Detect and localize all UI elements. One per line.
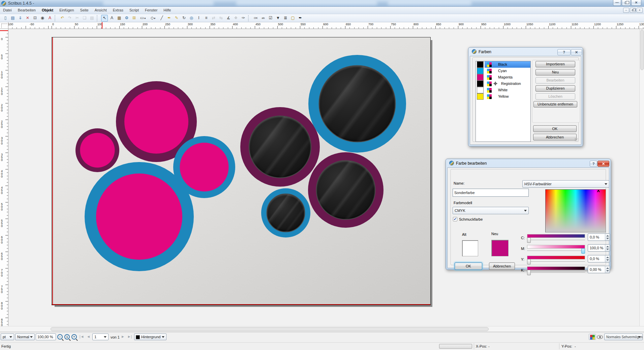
horizontal-scrollbar[interactable] [0,326,644,332]
farben-close-button[interactable]: ✕ [571,49,582,55]
spinner-arrows-icon[interactable] [605,255,610,262]
close-document-icon[interactable]: ✕ [24,15,31,22]
insert-bezier-icon[interactable]: ✒ [166,15,173,22]
minimize-window-button[interactable]: — [613,0,621,6]
ruler-origin-box[interactable] [0,22,8,29]
pdf-combobox-icon[interactable]: ▼ [275,15,281,22]
restore-window-button[interactable] [622,0,631,6]
zoom-tool-icon[interactable]: ◎ [188,15,195,22]
color-list-item-yellow[interactable]: Yellow [476,93,530,100]
new-document-icon[interactable]: ▯ [2,15,9,22]
slider-handle[interactable] [527,270,531,275]
menu-einfügen[interactable]: Einfügen [56,7,77,14]
black-circle[interactable] [308,55,406,153]
pdf-listbox-icon[interactable]: ≣ [282,15,289,22]
color-list-item-magenta[interactable]: Magenta [476,74,530,81]
zoom-in-button[interactable]: + [71,334,77,340]
vertical-ruler[interactable]: 0501001502002503003504004505005506006507… [0,29,8,326]
rotate-item-icon[interactable]: ↻ [181,15,187,22]
preview-quality-select[interactable]: Normal [15,333,35,340]
insert-shape-icon[interactable]: ▭ [138,15,148,22]
slider-track[interactable] [527,272,585,273]
insert-freehand-icon[interactable]: ✎ [173,15,180,22]
insert-text-frame-icon[interactable]: A [109,15,115,22]
pdf-link-icon[interactable]: ✒ [297,15,304,22]
save-document-icon[interactable]: ⇓ [17,15,24,22]
pdf-text-field-icon[interactable]: ab [260,15,267,22]
black-circle[interactable] [261,188,310,237]
farben-ok-button[interactable]: OK [533,125,577,132]
previous-page-button[interactable]: ◄ [86,334,91,340]
export-pdf-icon[interactable]: A [47,15,53,22]
edit-close-button[interactable]: ✕ [597,161,609,167]
layer-select[interactable]: Hintergrund [134,333,166,340]
select-tool-icon[interactable]: ↖ [101,15,108,22]
pdf-push-button-icon[interactable]: OK [252,15,259,22]
menu-objekt[interactable]: Objekt [39,7,56,14]
mdi-close-button[interactable]: × [637,8,643,13]
first-page-button[interactable]: |◄ [79,334,85,340]
vertical-scrollbar[interactable] [639,29,644,326]
next-page-button[interactable]: ► [120,334,126,340]
vision-defect-select[interactable]: Normales Sehvermögen [604,333,643,340]
farben-neu-button[interactable]: Neu [535,69,575,75]
spot-color-checkbox[interactable]: ✔ [453,217,457,221]
insert-line-icon[interactable]: ╱ [158,15,165,22]
farben-duplizieren-button[interactable]: Duplizieren [535,85,575,92]
farben-help-button[interactable]: ? [557,49,571,55]
black-circle[interactable] [308,152,384,228]
magenta-circle[interactable] [75,128,119,172]
insert-table-icon[interactable]: ⊞ [131,15,137,22]
color-list-item-black[interactable]: Black [476,61,530,68]
black-circle[interactable] [240,107,320,187]
menu-seite[interactable]: Seite [77,7,92,14]
hsv-color-map[interactable]: ∧ [545,189,606,232]
slider-track[interactable] [527,240,585,241]
color-list-item-registration[interactable]: Registration [476,81,530,87]
color-management-toggle[interactable] [589,334,596,340]
zoom-out-button[interactable]: − [57,334,63,340]
mdi-restore-button[interactable] [630,8,636,13]
color-list-item-white[interactable]: White [476,87,530,93]
slider-handle[interactable] [527,237,531,243]
edit-help-button[interactable]: ? [590,161,597,167]
page-number-select[interactable]: 1 [92,333,109,340]
print-icon[interactable]: ⊟ [32,15,38,22]
zoom-100-button[interactable]: 1 [64,334,70,340]
color-list-item-cyan[interactable]: Cyan [476,68,530,74]
slider-value-spinbox[interactable]: 0,00 % [588,266,610,273]
menu-script[interactable]: Script [126,7,142,14]
eyedropper-icon[interactable]: ✑ [240,15,247,22]
menu-hilfe[interactable]: Hilfe [160,7,174,14]
close-window-button[interactable]: ✕ [631,0,641,6]
color-model-select[interactable]: CMYK [453,207,529,214]
slider-handle[interactable] [581,248,585,254]
menu-bearbeiten[interactable]: Bearbeiten [15,7,39,14]
preflight-icon[interactable]: ◉ [39,15,46,22]
farben-importieren-button[interactable]: Importieren [535,61,575,67]
document-page[interactable] [52,37,431,305]
horizontal-scrollbar-thumb[interactable] [51,327,489,331]
menu-datei[interactable]: Datei [0,7,15,14]
undo-icon[interactable]: ↶ [59,15,66,22]
color-list[interactable]: BlackCyanMagentaRegistrationWhiteYellow [476,61,531,142]
slider-handle[interactable] [527,259,531,264]
edit-contents-icon[interactable]: I [195,15,202,22]
zoom-level-spinner[interactable]: 100,00 % [36,333,56,340]
magenta-circle[interactable] [85,162,194,271]
resize-grip[interactable] [575,138,578,141]
slider-track[interactable] [527,261,585,262]
edit-color-dialog-titlebar[interactable]: Farbe bearbeiten ? ✕ [447,159,609,167]
measurements-icon[interactable]: ∡ [225,15,232,22]
color-picker-select[interactable]: HSV-Farbwähler [522,180,609,188]
slider-track[interactable] [527,251,585,251]
last-page-button[interactable]: ►| [127,334,132,340]
edit-ok-button[interactable]: OK [455,262,482,270]
menu-fenster[interactable]: Fenster [142,7,160,14]
horizontal-ruler[interactable]: -100-50050100150200250300350400450500550… [8,22,644,29]
farben-dialog-titlebar[interactable]: Farben ? ✕ [470,47,581,56]
open-document-icon[interactable]: ▤ [9,15,16,22]
slider-value-spinbox[interactable]: 100,0 % [588,244,610,252]
slider-value-spinbox[interactable]: 0,0 % [588,233,610,241]
mdi-minimize-button[interactable]: – [623,8,629,13]
